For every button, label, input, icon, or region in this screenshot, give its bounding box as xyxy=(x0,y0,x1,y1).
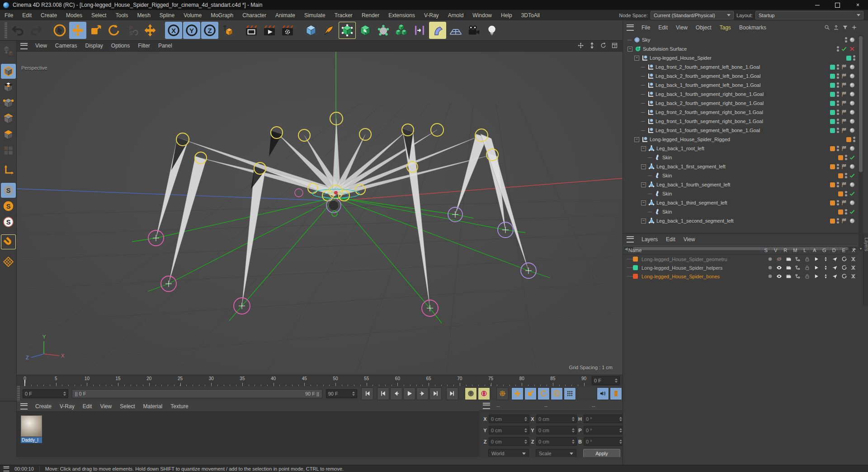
visibility-dots[interactable] xyxy=(837,164,839,169)
layer-color-chip[interactable] xyxy=(846,56,851,61)
sphere-tag-icon[interactable] xyxy=(849,118,855,124)
coordinate-field-y[interactable]: 0 cm xyxy=(536,426,577,434)
stepper-icon[interactable] xyxy=(570,417,575,421)
xref-icon[interactable] xyxy=(849,273,859,279)
make-editable-button[interactable] xyxy=(1,44,16,59)
layer-color-chip[interactable] xyxy=(830,219,835,224)
export-icon[interactable] xyxy=(833,24,839,31)
render-icon[interactable] xyxy=(784,265,793,271)
live-selection-button[interactable] xyxy=(51,22,68,39)
sound-button[interactable] xyxy=(597,387,609,400)
menu-extensions[interactable]: Extensions xyxy=(384,10,420,20)
material-menu-icon[interactable] xyxy=(20,403,28,410)
object-row[interactable]: Sky xyxy=(623,35,858,44)
menu-select[interactable]: Select xyxy=(87,10,111,20)
gen-icon[interactable] xyxy=(821,273,830,279)
key-pla-button[interactable] xyxy=(564,387,576,400)
lock-z-button[interactable]: Z xyxy=(201,22,218,39)
add-cube-button[interactable] xyxy=(302,22,320,39)
snap-modes-button[interactable]: S xyxy=(1,199,16,214)
object-row[interactable]: Leg_back_2_fourth_segment_left_bone_1.Go… xyxy=(623,72,858,81)
layer-color-chip[interactable] xyxy=(838,173,843,178)
visibility-dots[interactable] xyxy=(837,46,839,52)
stepper-icon[interactable] xyxy=(350,391,355,396)
coordinate-field-x[interactable]: 0 cm xyxy=(489,415,529,423)
sphere-tag-icon[interactable] xyxy=(849,163,855,170)
flag-tag-icon[interactable] xyxy=(841,100,847,106)
layer-color-chip[interactable] xyxy=(838,155,843,160)
uv-mode-button[interactable] xyxy=(1,143,16,158)
object-manager-menu-view[interactable]: View xyxy=(672,24,692,31)
flag-tag-icon[interactable] xyxy=(841,200,847,206)
object-manager-menu-edit[interactable]: Edit xyxy=(654,24,672,31)
layer-color-chip[interactable] xyxy=(830,110,835,115)
flag-tag-icon[interactable] xyxy=(841,145,847,152)
expand-toggle[interactable]: − xyxy=(641,164,646,169)
visibility-dots[interactable] xyxy=(837,119,839,124)
object-row[interactable]: Skin xyxy=(623,171,858,180)
coordinate-field-x[interactable]: 0 cm xyxy=(536,415,577,423)
viewport-menu-options[interactable]: Options xyxy=(107,41,134,51)
current-frame-field[interactable]: 0 F xyxy=(23,389,68,398)
object-row[interactable]: Leg_front_2_fourth_segment_right_bone_1.… xyxy=(623,108,858,117)
lock-icon[interactable] xyxy=(802,265,812,271)
menu-window[interactable]: Window xyxy=(468,10,496,20)
spline-tools-button[interactable] xyxy=(411,22,428,39)
solo-icon[interactable] xyxy=(765,273,775,279)
camera-button[interactable] xyxy=(465,22,482,39)
node-space-select[interactable]: Current (Standard/Physical) xyxy=(651,11,734,19)
key-position-button[interactable] xyxy=(511,387,524,400)
object-manager-menu-object[interactable]: Object xyxy=(692,24,716,31)
zoom-icon[interactable] xyxy=(589,42,595,50)
solo-icon[interactable] xyxy=(765,256,775,262)
layout-select[interactable]: Startup xyxy=(755,11,863,19)
object-row[interactable]: Skin xyxy=(623,207,858,216)
viewport-canvas[interactable]: Y X Z Perspective Grid Spacing : 1 cm xyxy=(17,52,623,375)
render-view-button[interactable] xyxy=(243,22,260,39)
light-button[interactable] xyxy=(483,22,500,39)
sphere-tag-icon[interactable] xyxy=(849,218,855,224)
object-manager-menu-tags[interactable]: Tags xyxy=(716,24,735,31)
manager-icon[interactable] xyxy=(793,273,803,279)
search-icon[interactable] xyxy=(824,24,830,31)
object-row[interactable]: Leg_back_1_fourth_segment_left_bone_1.Go… xyxy=(623,81,858,90)
object-row[interactable]: −Leg_back_1_third_segment_left xyxy=(623,198,858,207)
coordinate-field-b[interactable]: 0 ° xyxy=(584,437,624,446)
object-tree-vscrollbar[interactable]: ▾ xyxy=(859,35,863,251)
expand-toggle[interactable]: − xyxy=(641,219,646,224)
layer-color-chip[interactable] xyxy=(846,137,851,142)
render-settings-button[interactable] xyxy=(279,22,296,39)
sphere-tag-icon[interactable] xyxy=(849,145,855,152)
sphere-tag-icon[interactable] xyxy=(849,200,855,206)
apply-button[interactable]: Apply xyxy=(583,449,620,458)
sphere-tag-icon[interactable] xyxy=(849,127,855,133)
visibility-dots[interactable] xyxy=(837,110,839,115)
render-icon[interactable] xyxy=(784,273,793,279)
layer-color-chip[interactable] xyxy=(633,265,638,270)
menu-arnold[interactable]: Arnold xyxy=(443,10,468,20)
expr-icon[interactable] xyxy=(840,256,849,262)
menu-simulate[interactable]: Simulate xyxy=(300,10,330,20)
menu-modes[interactable]: Modes xyxy=(61,10,87,20)
object-row[interactable]: Skin xyxy=(623,153,858,162)
render-picture-viewer-button[interactable] xyxy=(261,22,278,39)
render-icon[interactable] xyxy=(784,256,793,262)
flag-tag-icon[interactable] xyxy=(841,91,847,97)
check-tag-icon[interactable] xyxy=(849,154,855,161)
snap-3d-button[interactable]: S xyxy=(1,215,16,229)
menu-v-ray[interactable]: V-Ray xyxy=(420,10,443,20)
visibility-dots[interactable] xyxy=(845,191,847,196)
visibility-dots[interactable] xyxy=(837,128,839,133)
menu-3dtoall[interactable]: 3DToAll xyxy=(517,10,544,20)
layer-color-chip[interactable] xyxy=(830,101,835,106)
orbit-icon[interactable] xyxy=(600,42,607,50)
object-row[interactable]: −Long-legged_House_Spider_Rigged xyxy=(623,135,858,144)
material-name[interactable]: Daddy_l xyxy=(21,437,42,443)
expand-toggle[interactable]: − xyxy=(641,146,646,151)
sphere-tag-icon[interactable] xyxy=(849,100,855,106)
coordinate-field-y[interactable]: 0 cm xyxy=(489,426,529,434)
stepper-icon[interactable] xyxy=(570,428,575,433)
expand-toggle[interactable]: − xyxy=(641,182,646,187)
layer-name[interactable]: Long-legged_House_Spider_geometru xyxy=(642,257,727,262)
material-thumbnail[interactable] xyxy=(21,415,42,437)
